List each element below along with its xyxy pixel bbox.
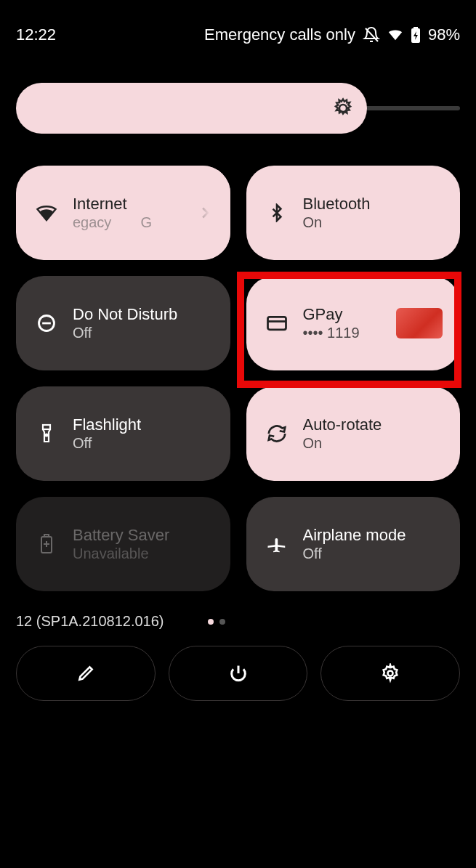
tile-do-not-disturb[interactable]: Do Not Disturb Off — [16, 276, 230, 370]
tile-title: Airplane mode — [303, 525, 406, 545]
tile-title: Battery Saver — [73, 525, 169, 545]
airplane-icon — [264, 533, 290, 555]
card-icon — [264, 312, 290, 334]
gpay-card-thumbnail — [396, 308, 443, 338]
page-indicator[interactable] — [208, 619, 225, 625]
tile-subtitle: Unavailable — [73, 545, 169, 563]
settings-button[interactable] — [320, 646, 460, 701]
wifi-icon — [387, 27, 403, 43]
tile-subtitle: Off — [73, 434, 141, 453]
status-time: 12:22 — [16, 25, 56, 44]
tile-title: GPay — [303, 304, 360, 325]
battery-charging-icon — [411, 27, 421, 43]
brightness-icon — [332, 97, 354, 119]
tile-subtitle: egacyG — [73, 214, 152, 232]
tile-title: Auto-rotate — [303, 415, 382, 435]
status-bar: 12:22 Emergency calls only 98% — [0, 0, 476, 58]
tile-bluetooth[interactable]: Bluetooth On — [246, 166, 461, 260]
power-icon — [228, 663, 249, 684]
svg-point-9 — [388, 671, 393, 676]
svg-rect-8 — [44, 535, 49, 537]
svg-rect-1 — [414, 27, 418, 29]
tile-gpay[interactable]: GPay •••• 1119 — [246, 276, 461, 370]
tile-subtitle: •••• 1119 — [303, 324, 360, 342]
svg-rect-5 — [43, 425, 50, 429]
tile-subtitle: Off — [73, 324, 177, 342]
tile-title: Do Not Disturb — [73, 304, 177, 325]
do-not-disturb-icon — [33, 313, 60, 333]
wifi-icon — [33, 202, 60, 224]
pencil-icon — [76, 664, 95, 683]
status-emergency: Emergency calls only — [204, 25, 355, 44]
svg-rect-4 — [267, 317, 286, 330]
auto-rotate-icon — [264, 423, 290, 445]
tile-subtitle: On — [303, 434, 382, 453]
tile-title: Internet — [73, 194, 152, 214]
tile-auto-rotate[interactable]: Auto-rotate On — [246, 386, 461, 481]
bluetooth-icon — [264, 203, 290, 222]
build-number: 12 (SP1A.210812.016) — [16, 613, 164, 630]
tile-subtitle: Off — [303, 545, 406, 563]
battery-saver-icon — [33, 533, 60, 555]
tile-subtitle: On — [303, 214, 371, 232]
page-dot-1 — [208, 619, 214, 625]
brightness-slider[interactable] — [0, 83, 476, 134]
footer-actions — [0, 646, 476, 701]
tile-flashlight[interactable]: Flashlight Off — [16, 386, 230, 481]
dnd-off-icon — [363, 26, 380, 44]
tile-internet[interactable]: Internet egacyG — [16, 166, 230, 260]
tile-battery-saver[interactable]: Battery Saver Unavailable — [16, 497, 230, 591]
flashlight-icon — [33, 423, 60, 444]
tile-airplane-mode[interactable]: Airplane mode Off — [246, 497, 461, 591]
tile-title: Flashlight — [73, 415, 141, 435]
page-dot-2 — [219, 619, 225, 625]
tile-title: Bluetooth — [303, 194, 371, 214]
quick-settings-tiles: Internet egacyG Bluetooth On Do Not Dist… — [0, 166, 476, 591]
svg-point-2 — [339, 105, 347, 112]
svg-point-6 — [46, 434, 48, 437]
edit-button[interactable] — [16, 646, 156, 701]
gear-icon — [380, 663, 400, 684]
battery-percent: 98% — [428, 25, 460, 44]
power-button[interactable] — [169, 646, 308, 701]
chevron-right-icon — [197, 205, 213, 221]
